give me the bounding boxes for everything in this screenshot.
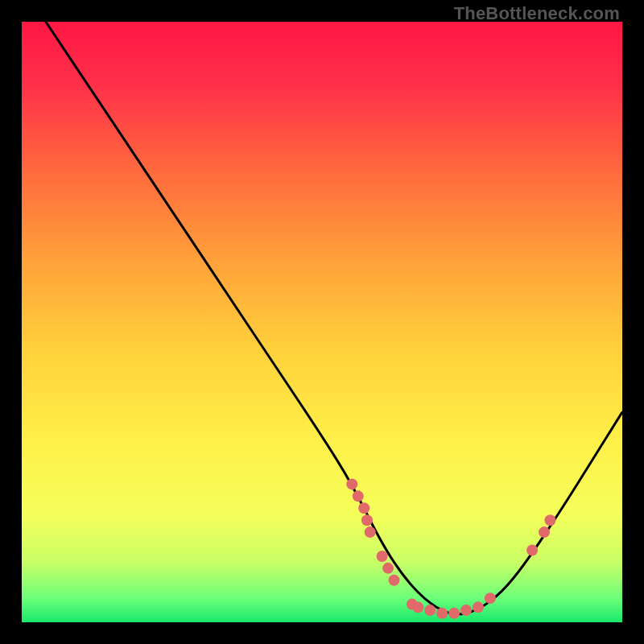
data-point (526, 544, 538, 555)
data-point (424, 605, 436, 616)
data-point (448, 608, 460, 619)
data-point (539, 526, 550, 538)
data-point (346, 478, 357, 489)
data-point (544, 514, 555, 526)
data-point (389, 575, 400, 586)
data-point (365, 526, 376, 538)
data-point (412, 601, 423, 613)
data-point (361, 514, 373, 526)
bottleneck-chart (22, 22, 622, 622)
data-point (377, 551, 388, 562)
data-point (353, 490, 364, 502)
data-point (436, 608, 448, 619)
chart-frame (22, 22, 622, 622)
data-point (485, 592, 496, 604)
data-point (473, 601, 484, 613)
data-point (358, 502, 369, 514)
data-point (382, 563, 394, 574)
gradient-background (22, 22, 622, 622)
data-point (460, 605, 472, 616)
